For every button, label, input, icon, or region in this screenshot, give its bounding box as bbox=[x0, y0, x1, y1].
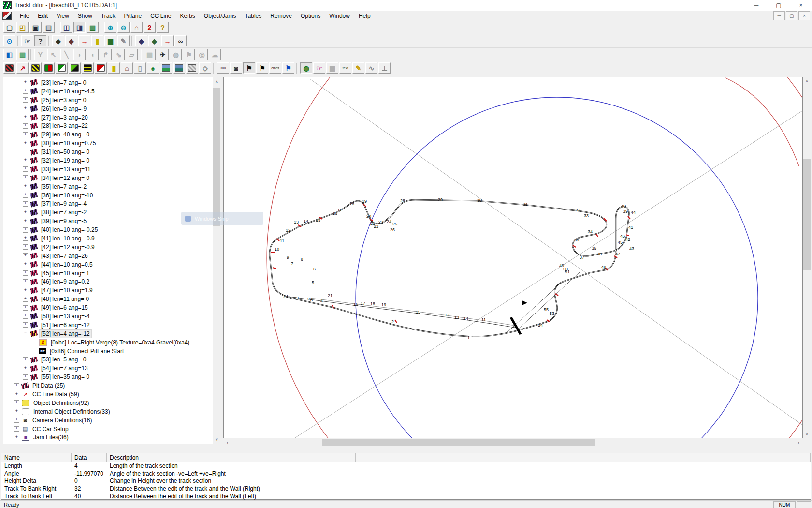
expand-box[interactable]: + bbox=[23, 106, 28, 111]
marshal-flag-button[interactable] bbox=[69, 62, 81, 74]
map-scroll-up-arrow[interactable]: ˄ bbox=[803, 77, 811, 85]
tree-item[interactable]: +[45] len=10 ang= 1 bbox=[3, 269, 213, 278]
tree-item[interactable]: +[51] len=6 ang=-12 bbox=[3, 321, 213, 329]
pole-button[interactable]: ⊥ bbox=[378, 62, 391, 74]
append-section-button[interactable]: ◆ bbox=[65, 35, 77, 46]
tree-item[interactable]: PIT[0x86] Connect PitLane Start bbox=[3, 347, 213, 356]
expand-box[interactable]: + bbox=[23, 132, 28, 137]
zoom-out-button[interactable]: ⊖ bbox=[117, 22, 130, 33]
track-map-canvas[interactable]: 1212131415161718192021222324252628293031… bbox=[223, 77, 803, 438]
map-scroll-down-arrow[interactable]: ˅ bbox=[803, 430, 811, 438]
cc-line-arrow-button[interactable]: ↗ bbox=[16, 62, 29, 74]
tree-item[interactable]: +[34] len=12 ang= 0 bbox=[3, 174, 213, 182]
pit-flag-button[interactable]: ⚑ bbox=[282, 62, 294, 74]
expand-box[interactable]: + bbox=[23, 262, 28, 267]
home-view-button[interactable]: ⌂ bbox=[130, 22, 143, 33]
tree-item[interactable]: +[46] len=9 ang=0.2 bbox=[3, 277, 213, 286]
expand-box[interactable]: + bbox=[23, 123, 28, 129]
tree-item[interactable]: +↗CC Line Data (59) bbox=[3, 390, 213, 399]
tree-item[interactable]: +[42] len=12 ang=-0.9 bbox=[3, 243, 213, 252]
expand-box[interactable]: + bbox=[14, 426, 19, 432]
property-row[interactable]: Height Delta0Change in Height over the t… bbox=[1, 478, 811, 485]
column-header-name[interactable]: Name bbox=[1, 453, 72, 462]
expand-box[interactable]: + bbox=[23, 89, 28, 94]
map-horizontal-scrollbar[interactable]: ‹ › bbox=[223, 438, 803, 447]
internal-object-button[interactable]: ▯ bbox=[134, 62, 146, 74]
camera-button[interactable]: ◙ bbox=[230, 62, 242, 74]
view-rotate-button[interactable]: ∞ bbox=[174, 35, 187, 46]
tree-item[interactable]: −[52] len=4 ang=-12 bbox=[3, 329, 213, 338]
view-image-button[interactable]: ▦ bbox=[87, 22, 99, 33]
tree-button[interactable]: ♠ bbox=[147, 62, 159, 74]
start-flag-button[interactable] bbox=[43, 62, 55, 74]
expand-box[interactable]: + bbox=[23, 210, 28, 215]
diag-flag-button[interactable] bbox=[56, 62, 68, 74]
menu-show[interactable]: Show bbox=[73, 12, 97, 20]
tree-item[interactable]: ✗[0xbc] Loc=Right Verge(8) Texture=0xa4 … bbox=[3, 338, 213, 347]
menu-track[interactable]: Track bbox=[97, 12, 120, 20]
tree-item[interactable]: +[49] len=6 ang=15 bbox=[3, 303, 213, 312]
expand-box[interactable]: + bbox=[23, 97, 28, 103]
whats-this-button[interactable]: ? bbox=[34, 35, 46, 46]
tree-item[interactable]: +[32] len=19 ang= 0 bbox=[3, 156, 213, 165]
helicopter-view-button[interactable]: ✈ bbox=[157, 49, 169, 60]
tree-item[interactable]: +[53] len=5 ang= 0 bbox=[3, 356, 213, 364]
tree-item[interactable]: +[43] len=7 ang=26 bbox=[3, 252, 213, 260]
expand-box[interactable]: + bbox=[23, 244, 28, 250]
view-editor-button[interactable]: ◨ bbox=[73, 22, 86, 33]
tree-scroll-thumb[interactable] bbox=[213, 88, 220, 226]
tree-item[interactable]: +Internal Object Definitions(33) bbox=[3, 407, 213, 416]
expand-box[interactable]: + bbox=[23, 297, 28, 302]
tree-item[interactable]: +[33] len=13 ang=11 bbox=[3, 165, 213, 174]
tree-item[interactable]: +[35] len=7 ang=-2 bbox=[3, 182, 213, 191]
expand-box[interactable]: + bbox=[14, 392, 19, 397]
section-object-button[interactable]: ▮ bbox=[91, 35, 103, 46]
expand-box[interactable]: + bbox=[23, 288, 28, 293]
tree-item[interactable]: +[40] len=10 ang=-0.25 bbox=[3, 225, 213, 234]
text-button[interactable]: text bbox=[339, 62, 351, 74]
expand-box[interactable]: + bbox=[23, 219, 28, 224]
tree-item[interactable]: +▤CC Car Setup bbox=[3, 425, 213, 433]
minimize-button[interactable]: ─ bbox=[745, 0, 768, 11]
building-button[interactable]: ⌂ bbox=[121, 62, 133, 74]
expand-box[interactable]: + bbox=[23, 227, 28, 233]
menu-file[interactable]: File bbox=[15, 12, 33, 20]
tree-item[interactable]: +◙Camera Definitions(16) bbox=[3, 416, 213, 425]
black-flag-button[interactable]: ⚑ bbox=[256, 62, 268, 74]
expand-box[interactable]: + bbox=[14, 400, 19, 405]
expand-box[interactable]: + bbox=[14, 383, 19, 388]
tree-item[interactable]: +[47] len=10 ang=1.9 bbox=[3, 286, 213, 295]
tree-item[interactable]: +■Jam Files(36) bbox=[3, 433, 213, 442]
expand-box[interactable]: + bbox=[23, 80, 28, 85]
tree-vertical-scrollbar[interactable]: ˄ ˅ bbox=[213, 77, 221, 444]
menu-kerbs[interactable]: Kerbs bbox=[175, 12, 199, 20]
expand-box[interactable]: + bbox=[23, 279, 28, 284]
expand-box[interactable]: + bbox=[14, 435, 19, 440]
expand-box[interactable]: + bbox=[23, 141, 28, 146]
wire-button[interactable]: ∿ bbox=[365, 62, 377, 74]
expand-box[interactable]: + bbox=[23, 193, 28, 198]
expand-box[interactable]: + bbox=[23, 158, 28, 163]
tree-item[interactable]: +[55] len=35 ang= 0 bbox=[3, 373, 213, 381]
map-vertical-scrollbar[interactable]: ˄ ˅ bbox=[803, 77, 811, 438]
save-button[interactable]: ▣ bbox=[29, 22, 42, 33]
expand-box[interactable]: + bbox=[23, 236, 28, 241]
expand-box[interactable]: + bbox=[23, 314, 28, 319]
expand-box[interactable]: + bbox=[23, 166, 28, 172]
tree-item[interactable]: +[44] len=10 ang=0.5 bbox=[3, 260, 213, 269]
menu-window[interactable]: Window bbox=[325, 12, 354, 20]
map-scroll-left-arrow[interactable]: ‹ bbox=[223, 438, 232, 447]
menu-object-jams[interactable]: Object/Jams bbox=[200, 12, 241, 20]
restore-button[interactable]: ▢ bbox=[768, 0, 790, 11]
tree-scroll-up-arrow[interactable]: ˄ bbox=[213, 77, 221, 86]
scenery-2-button[interactable] bbox=[173, 62, 185, 74]
fill-tool-button[interactable]: ◧ bbox=[3, 49, 15, 60]
view-panels-button[interactable]: ◫ bbox=[60, 22, 72, 33]
map-scroll-right-arrow[interactable]: › bbox=[795, 438, 803, 447]
property-row[interactable]: Angle-11.997070Angle of the track sectio… bbox=[1, 470, 811, 478]
open-file-button[interactable]: ◰ bbox=[16, 22, 29, 33]
tree-item[interactable]: +[50] len=13 ang=-4 bbox=[3, 312, 213, 321]
mdi-close-button[interactable]: × bbox=[798, 11, 810, 20]
compare-image-button[interactable]: ▥ bbox=[16, 49, 29, 60]
column-header-description[interactable]: Description bbox=[107, 453, 356, 462]
